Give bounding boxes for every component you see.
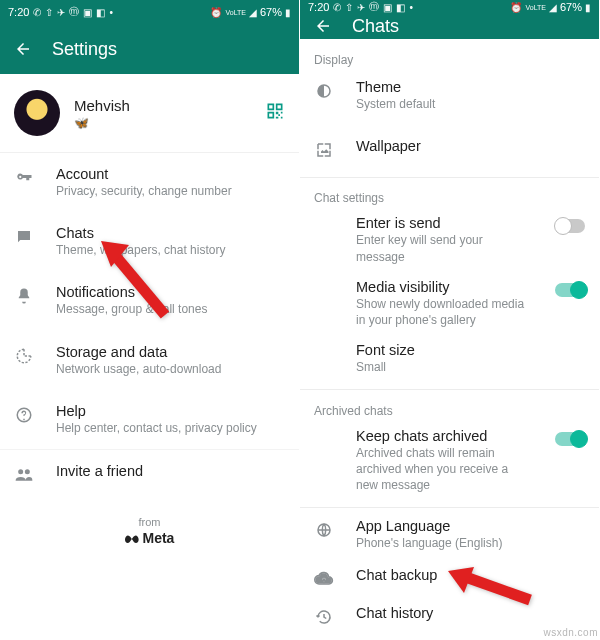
clock: 7:20 [8, 6, 29, 18]
chats-screen: 7:20 ✆ ⇧ ✈ ⓜ ▣ ◧ • ⏰ VoLTE ◢ 67% ▮ Chats… [300, 0, 600, 640]
row-title: Keep chats archived [356, 428, 533, 444]
watermark: wsxdn.com [543, 627, 598, 638]
video-icon: ▣ [83, 7, 92, 18]
row-subtitle: System default [356, 96, 585, 112]
wallpaper-icon [314, 140, 334, 160]
globe-icon [314, 520, 334, 540]
data-icon [14, 346, 34, 366]
avatar [14, 90, 60, 136]
row-title: Font size [356, 342, 585, 358]
row-chats[interactable]: Chats Theme, wallpapers, chat history [0, 212, 299, 271]
row-app-language[interactable]: App Language Phone's language (English) [300, 508, 599, 559]
app-bar: Chats [300, 14, 599, 39]
chat-icon: ◧ [396, 2, 405, 13]
toggle-enter-send[interactable] [555, 219, 585, 233]
row-notifications[interactable]: Notifications Message, group & call tone… [0, 271, 299, 330]
from-label: from [0, 516, 299, 528]
telegram-icon: ✈ [357, 2, 365, 13]
app-bar: Settings [0, 24, 299, 74]
status-bar: 7:20 ✆ ⇧ ✈ ⓜ ▣ ◧ • ⏰ VoLTE ◢ 67% ▮ [300, 0, 599, 14]
row-title: Theme [356, 79, 585, 95]
history-icon [314, 607, 334, 627]
battery-icon: ▮ [285, 7, 291, 18]
dot-icon: • [409, 2, 413, 13]
chat-icon [14, 227, 34, 247]
page-title: Settings [52, 39, 117, 60]
row-subtitle: Message, group & call tones [56, 301, 285, 317]
phone-icon: ✆ [333, 2, 341, 13]
dot-icon: • [109, 7, 113, 18]
row-title: Chats [56, 225, 285, 241]
section-display: Display [300, 39, 599, 71]
row-subtitle: Show newly downloaded media in your phon… [356, 296, 533, 328]
toggle-keep-archived[interactable] [555, 432, 585, 446]
back-icon[interactable] [314, 17, 332, 35]
row-title: Enter is send [356, 215, 533, 231]
row-subtitle: Theme, wallpapers, chat history [56, 242, 285, 258]
page-title: Chats [352, 16, 399, 37]
row-help[interactable]: Help Help center, contact us, privacy po… [0, 390, 299, 449]
people-icon [14, 465, 34, 485]
section-archived: Archived chats [300, 390, 599, 422]
profile-status: 🦋 [74, 116, 130, 130]
section-chat-settings: Chat settings [300, 177, 599, 209]
telegram-icon: ✈ [57, 7, 65, 18]
bell-icon [14, 286, 34, 306]
toggle-media-visibility[interactable] [555, 283, 585, 297]
status-bar: 7:20 ✆ ⇧ ✈ ⓜ ▣ ◧ • ⏰ VoLTE ◢ 67% ▮ [0, 0, 299, 24]
row-account[interactable]: Account Privacy, security, change number [0, 153, 299, 212]
row-subtitle: Small [356, 359, 585, 375]
qr-icon[interactable] [265, 101, 285, 126]
row-storage[interactable]: Storage and data Network usage, auto-dow… [0, 331, 299, 390]
row-subtitle: Archived chats will remain archived when… [356, 445, 533, 494]
signal-icon: ◢ [249, 7, 257, 18]
m-icon: ⓜ [69, 5, 79, 19]
row-title: Help [56, 403, 285, 419]
theme-icon [314, 81, 334, 101]
row-font-size[interactable]: Font size Small [300, 336, 599, 385]
volte-icon: VoLTE [225, 9, 246, 16]
meta-brand: Meta [0, 530, 299, 546]
row-title: Invite a friend [56, 463, 285, 479]
battery-text: 67% [260, 6, 282, 18]
profile-row[interactable]: Mehvish 🦋 [0, 74, 299, 153]
phone-icon: ✆ [33, 7, 41, 18]
alarm-icon: ⏰ [510, 2, 522, 13]
row-subtitle: Enter key will send your message [356, 232, 533, 264]
row-title: Media visibility [356, 279, 533, 295]
upload-icon: ⇧ [45, 7, 53, 18]
clock: 7:20 [308, 1, 329, 13]
battery-text: 67% [560, 1, 582, 13]
m-icon: ⓜ [369, 0, 379, 14]
row-subtitle: Network usage, auto-download [56, 361, 285, 377]
row-title: Account [56, 166, 285, 182]
back-icon[interactable] [14, 40, 32, 58]
upload-icon: ⇧ [345, 2, 353, 13]
signal-icon: ◢ [549, 2, 557, 13]
profile-name: Mehvish [74, 97, 130, 114]
row-subtitle: Help center, contact us, privacy policy [56, 420, 285, 436]
settings-screen: 7:20 ✆ ⇧ ✈ ⓜ ▣ ◧ • ⏰ VoLTE ◢ 67% ▮ Setti… [0, 0, 300, 640]
row-title: Chat history [356, 605, 585, 621]
row-keep-archived[interactable]: Keep chats archived Archived chats will … [300, 422, 599, 504]
row-theme[interactable]: Theme System default [300, 71, 599, 125]
video-icon: ▣ [383, 2, 392, 13]
volte-icon: VoLTE [525, 4, 546, 11]
cloud-up-icon [314, 569, 334, 589]
row-title: App Language [356, 518, 585, 534]
help-icon [14, 405, 34, 425]
row-title: Chat backup [356, 567, 585, 583]
row-media-visibility[interactable]: Media visibility Show newly downloaded m… [300, 273, 599, 336]
row-title: Notifications [56, 284, 285, 300]
row-enter-is-send[interactable]: Enter is send Enter key will send your m… [300, 209, 599, 272]
row-title: Wallpaper [356, 138, 585, 154]
row-title: Storage and data [56, 344, 285, 360]
key-icon [14, 168, 34, 188]
row-wallpaper[interactable]: Wallpaper [300, 125, 599, 173]
alarm-icon: ⏰ [210, 7, 222, 18]
row-invite[interactable]: Invite a friend [0, 449, 299, 498]
row-subtitle: Phone's language (English) [356, 535, 585, 551]
battery-icon: ▮ [585, 2, 591, 13]
row-chat-backup[interactable]: Chat backup [300, 559, 599, 597]
chat-icon: ◧ [96, 7, 105, 18]
